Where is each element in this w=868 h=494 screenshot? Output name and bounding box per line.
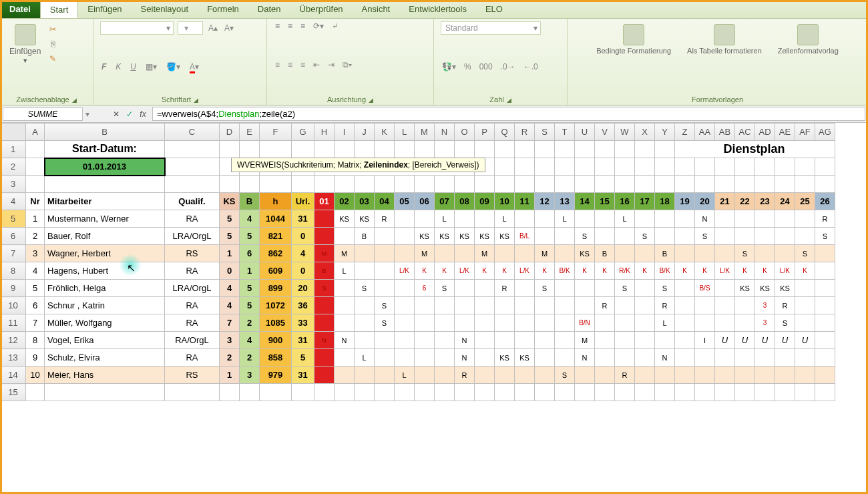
cell-sched[interactable] xyxy=(375,262,394,279)
cell-sched[interactable]: K xyxy=(435,262,454,279)
row-header[interactable]: 3 xyxy=(1,176,26,193)
row-header[interactable]: 7 xyxy=(1,245,26,262)
cell-sched[interactable] xyxy=(795,366,815,383)
cell-sched[interactable]: M xyxy=(475,245,494,262)
cell-sched[interactable] xyxy=(395,349,414,366)
cell-ks[interactable]: 5 xyxy=(220,210,239,227)
tab-insert[interactable]: Einfügen xyxy=(78,0,131,18)
col-header[interactable]: L xyxy=(395,123,415,141)
cell-sched[interactable] xyxy=(815,280,835,296)
cell-qualif[interactable]: RA xyxy=(165,262,219,279)
cell-sched[interactable] xyxy=(515,332,534,348)
cell-sched[interactable]: K xyxy=(495,262,514,279)
cell-sched[interactable]: 3 xyxy=(755,297,775,314)
align-left-icon[interactable]: ≡ xyxy=(274,60,281,69)
cell-sched[interactable]: S xyxy=(435,280,454,296)
cell-nr[interactable]: 1 xyxy=(26,210,44,227)
cell-sched[interactable] xyxy=(535,228,554,244)
cell-sched[interactable] xyxy=(715,210,734,227)
cell-h[interactable]: 1044 xyxy=(260,210,291,227)
cell-sched[interactable] xyxy=(815,349,835,366)
accept-formula-icon[interactable]: ✓ xyxy=(123,109,136,119)
number-format-select[interactable]: Standard xyxy=(441,21,541,35)
cell-sched[interactable]: R xyxy=(655,297,674,314)
cell-sched[interactable]: N xyxy=(655,349,674,366)
conditional-formatting-button[interactable]: Bedingte Formatierung xyxy=(594,21,674,57)
cell-sched[interactable]: KS xyxy=(515,349,534,366)
cell-b[interactable]: 2 xyxy=(240,349,259,366)
cell-sched[interactable] xyxy=(395,210,414,227)
cell-sched[interactable] xyxy=(395,297,414,314)
indent-dec-icon[interactable]: ⇤ xyxy=(312,60,321,69)
cell-nr[interactable]: 2 xyxy=(26,228,44,244)
cell-sched[interactable] xyxy=(595,349,614,366)
cell-sched[interactable] xyxy=(695,366,714,383)
indent-inc-icon[interactable]: ⇥ xyxy=(327,60,336,69)
cell-sched[interactable] xyxy=(355,366,374,383)
cell-nr[interactable]: 5 xyxy=(26,280,44,296)
cell-sched[interactable]: KS xyxy=(355,210,374,227)
col-header[interactable]: F xyxy=(260,123,292,141)
cell-h[interactable]: 899 xyxy=(260,280,291,296)
cell-sched[interactable] xyxy=(775,366,795,383)
cell-sched[interactable] xyxy=(475,366,494,383)
cell-sched[interactable] xyxy=(395,245,414,262)
tab-file[interactable]: Datei xyxy=(0,0,40,18)
fx-icon[interactable]: fx xyxy=(136,109,150,119)
row-header[interactable]: 12 xyxy=(1,332,26,349)
cell-qualif[interactable]: RS xyxy=(165,245,219,262)
cell-sched[interactable]: R/K xyxy=(615,262,634,279)
cell-sched[interactable] xyxy=(475,280,494,296)
cell-sched[interactable] xyxy=(375,228,394,244)
name-box[interactable]: SUMME xyxy=(3,107,83,121)
cell-sched[interactable]: M xyxy=(575,332,594,348)
cell-b[interactable]: 4 xyxy=(240,210,259,227)
cell-sched[interactable] xyxy=(335,228,354,244)
cell-sched[interactable] xyxy=(695,245,714,262)
tab-formulas[interactable]: Formeln xyxy=(198,0,248,18)
cell-sched[interactable]: K xyxy=(635,262,654,279)
cell-sched[interactable]: M xyxy=(535,245,554,262)
cell-ks[interactable]: 4 xyxy=(220,297,239,314)
col-header[interactable]: B xyxy=(45,123,165,141)
cell-sched[interactable]: K xyxy=(755,262,775,279)
cell-sched[interactable] xyxy=(595,314,614,331)
border-button[interactable]: ▦▾ xyxy=(144,62,158,71)
cell-sched[interactable] xyxy=(375,332,394,348)
cell-sched[interactable]: U xyxy=(735,332,754,348)
align-right-icon[interactable]: ≡ xyxy=(299,60,306,69)
cell-sched[interactable]: S xyxy=(815,228,835,244)
format-as-table-button[interactable]: Als Tabelle formatieren xyxy=(684,21,765,57)
cell-sched[interactable]: L xyxy=(615,210,634,227)
col-header[interactable]: G xyxy=(292,123,314,141)
wrap-text-icon[interactable]: ⤶ xyxy=(331,21,340,31)
col-header[interactable]: I xyxy=(335,123,355,141)
cell-name[interactable]: Mustermann, Werner xyxy=(45,210,164,227)
align-top-icon[interactable]: ≡ xyxy=(274,21,281,31)
cell-sched[interactable]: R xyxy=(775,297,795,314)
cell-b[interactable]: 4 xyxy=(240,332,259,348)
cell-h[interactable]: 1072 xyxy=(260,297,291,314)
col-header[interactable]: U xyxy=(575,123,595,141)
cell-sched[interactable]: U xyxy=(795,332,815,348)
cell-sched[interactable] xyxy=(555,349,574,366)
spreadsheet-grid[interactable]: ABCDEFGHIJKLMNOPQRSTUVWXYZAAABACADAEAFAG… xyxy=(0,123,868,494)
cell-sched[interactable] xyxy=(355,262,374,279)
cell-qualif[interactable]: RA xyxy=(165,349,219,366)
cell-nr[interactable]: 9 xyxy=(26,349,44,366)
cell-sched[interactable] xyxy=(615,297,634,314)
cell-qualif[interactable]: LRA/OrgL xyxy=(165,228,219,244)
cell-sched[interactable] xyxy=(615,228,634,244)
cell-h[interactable]: 862 xyxy=(260,245,291,262)
cell-sched[interactable] xyxy=(675,349,694,366)
cell-name[interactable]: Schulz, Elvira xyxy=(45,349,164,366)
row-header[interactable]: 6 xyxy=(1,228,26,245)
col-header[interactable]: AC xyxy=(735,123,755,141)
cell-sched[interactable] xyxy=(655,210,674,227)
cell-sched[interactable]: R xyxy=(615,366,634,383)
cell-sched[interactable]: B/L xyxy=(515,228,534,244)
cell-sched[interactable] xyxy=(535,314,554,331)
cell-sched[interactable] xyxy=(655,332,674,348)
font-color-button[interactable]: A▾ xyxy=(188,62,200,71)
cell-sched[interactable] xyxy=(495,332,514,348)
